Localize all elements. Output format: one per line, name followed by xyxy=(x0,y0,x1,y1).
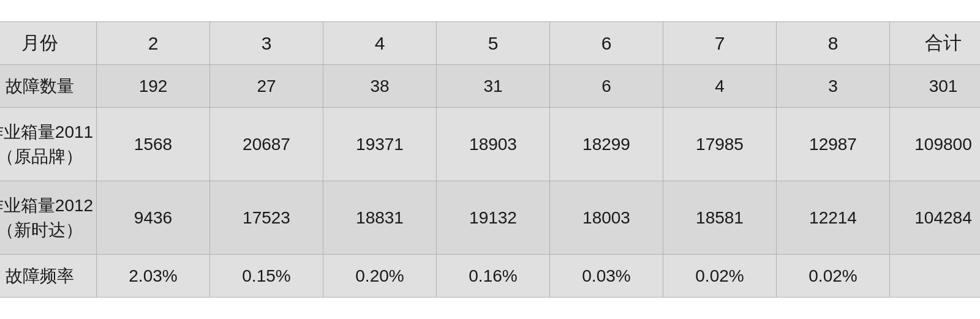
row-4-val-6: 0.02% xyxy=(777,255,890,298)
row-4-val-5: 0.02% xyxy=(663,255,777,298)
header-month-8: 8 xyxy=(777,22,890,65)
row-2-val-2: 19371 xyxy=(323,108,437,181)
row-4-val-4: 0.03% xyxy=(550,255,663,298)
row-4-label: 故障频率 xyxy=(0,255,97,298)
row-3-val-2: 18831 xyxy=(323,181,437,255)
row-3-label: 作业箱量2012 （新时达） xyxy=(0,181,97,255)
row-box-2012: 作业箱量2012 （新时达） 9436 17523 18831 19132 18… xyxy=(0,181,980,255)
row-1-val-0: 192 xyxy=(97,65,210,108)
row-2-val-6: 12987 xyxy=(777,108,890,181)
header-month-4: 4 xyxy=(323,22,437,65)
row-2-val-5: 17985 xyxy=(663,108,777,181)
row-4-val-2: 0.20% xyxy=(323,255,437,298)
header-month-2: 2 xyxy=(97,22,210,65)
row-fault-count: 故障数量 192 27 38 31 6 4 3 301 xyxy=(0,65,980,108)
row-4-val-7 xyxy=(890,255,981,298)
row-1-val-1: 27 xyxy=(210,65,323,108)
row-1-val-6: 3 xyxy=(777,65,890,108)
row-box-2011: 作业箱量2011 （原品牌） 1568 20687 19371 18903 18… xyxy=(0,108,980,181)
header-month-7: 7 xyxy=(663,22,777,65)
row-4-val-3: 0.16% xyxy=(437,255,550,298)
header-total: 合计 xyxy=(890,22,981,65)
row-4-val-1: 0.15% xyxy=(210,255,323,298)
header-month-5: 5 xyxy=(437,22,550,65)
row-2-val-1: 20687 xyxy=(210,108,323,181)
row-3-val-7: 104284 xyxy=(890,181,981,255)
row-1-val-2: 38 xyxy=(323,65,437,108)
header-month-3: 3 xyxy=(210,22,323,65)
row-3-val-4: 18003 xyxy=(550,181,663,255)
table-wrapper: 月份 2 3 4 5 6 7 8 合计 故障数量 192 27 38 31 6 … xyxy=(0,0,980,319)
row-1-val-7: 301 xyxy=(890,65,981,108)
row-2-val-3: 18903 xyxy=(437,108,550,181)
row-3-val-3: 19132 xyxy=(437,181,550,255)
row-1-val-4: 6 xyxy=(550,65,663,108)
header-row: 月份 2 3 4 5 6 7 8 合计 xyxy=(0,22,980,65)
header-month-6: 6 xyxy=(550,22,663,65)
row-1-val-5: 4 xyxy=(663,65,777,108)
data-table: 月份 2 3 4 5 6 7 8 合计 故障数量 192 27 38 31 6 … xyxy=(0,21,980,298)
row-3-val-6: 12214 xyxy=(777,181,890,255)
row-3-val-5: 18581 xyxy=(663,181,777,255)
row-2-val-7: 109800 xyxy=(890,108,981,181)
row-fault-rate: 故障频率 2.03% 0.15% 0.20% 0.16% 0.03% 0.02%… xyxy=(0,255,980,298)
row-3-val-1: 17523 xyxy=(210,181,323,255)
row-2-val-0: 1568 xyxy=(97,108,210,181)
header-label: 月份 xyxy=(0,22,97,65)
row-1-val-3: 31 xyxy=(437,65,550,108)
row-2-val-4: 18299 xyxy=(550,108,663,181)
row-2-label: 作业箱量2011 （原品牌） xyxy=(0,108,97,181)
row-4-val-0: 2.03% xyxy=(97,255,210,298)
row-1-label: 故障数量 xyxy=(0,65,97,108)
row-3-val-0: 9436 xyxy=(97,181,210,255)
